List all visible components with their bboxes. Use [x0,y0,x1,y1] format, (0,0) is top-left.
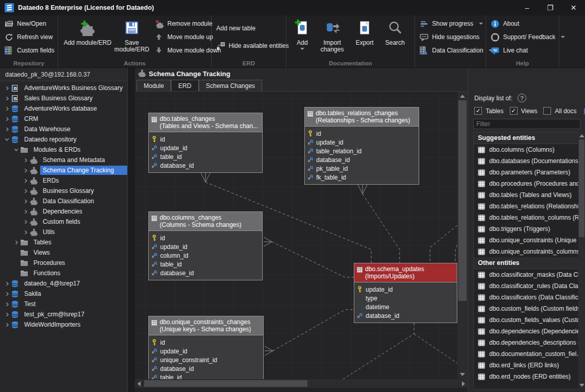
expander-chevron-right-icon[interactable] [22,177,29,184]
entity-item[interactable]: dbo.tables_relations (Relationshi... [474,201,580,212]
expander-chevron-right-icon[interactable] [3,105,11,112]
sidebar-item-sakila[interactable]: Sakila [0,289,127,299]
sidebar-item-dataedo-repository[interactable]: Dataedo repository [0,134,127,145]
sidebar-item-schema-change-tracking[interactable]: Schema Change Tracking [0,165,127,175]
entity-item[interactable]: dbo.unique_constraints_columns ... [474,246,580,257]
sidebar-item-adventureworks-business-glossary[interactable]: BAdventureWorks Business Glossary [0,83,127,93]
expander-chevron-right-icon[interactable] [3,95,11,102]
entity-item[interactable]: dbo.custom_fields_values (Custo... [474,314,580,326]
ribbon-item-show-progress[interactable]: Show progress [420,17,486,30]
entity-item[interactable]: dbo.classificators (Data Classific... [474,292,580,303]
checkbox-tables[interactable]: ✓ [474,107,482,115]
sidebar-item-adventureworks-database[interactable]: AdventureWorks database [0,103,127,114]
sidebar-item-utils[interactable]: Utils [0,227,127,237]
filter-input[interactable] [473,119,580,129]
ribbon-item-move-module-down[interactable]: Move module down [155,44,221,57]
expander-chevron-right-icon[interactable] [22,208,29,215]
sidebar-item-views[interactable]: Views [0,247,127,258]
expander-chevron-down-icon[interactable] [12,146,20,153]
expander-chevron-right-icon[interactable] [12,239,20,246]
sidebar-item-dependencies[interactable]: Dependencies [0,206,127,217]
scroll-right-arrow[interactable] [462,381,465,386]
entity-item[interactable]: dbo.documentation_custom_fiel... [474,348,580,360]
sidebar-item-test[interactable]: Test [0,299,127,309]
panel-splitter[interactable] [128,68,135,392]
scroll-thumb[interactable] [579,139,584,237]
expander-chevron-right-icon[interactable] [3,280,11,287]
expander-chevron-right-icon[interactable] [3,321,11,328]
expander-chevron-right-icon[interactable] [3,300,11,308]
sidebar-item-procedures[interactable]: Procedures [0,258,127,268]
erd-table-dbo-schema-updates[interactable]: dbo.schema_updates(Imports/Updates)updat… [354,263,457,323]
ribbon-item-move-module-up[interactable]: Move module up [155,30,221,44]
minimize-button[interactable]: – [515,0,539,15]
entity-item[interactable]: dbo.custom_fields (Custom fields) [474,303,580,314]
sidebar-item-functions[interactable]: Functions [0,268,127,278]
ribbon-item-live-chat[interactable]: hiLive chat [491,44,559,57]
scroll-down-arrow[interactable] [579,384,584,387]
sidebar-item-schema-and-metadata[interactable]: Schema and Metadata [0,155,127,165]
tab-module[interactable]: Module [136,80,171,91]
scroll-thumb[interactable] [458,100,467,301]
sidebar-item-erds[interactable]: ERDs [0,175,127,186]
ribbon-item-hide-suggestions[interactable]: Hide suggestions [420,30,486,44]
entity-item[interactable]: dbo.parameters (Parameters) [474,167,580,178]
expander-chevron-right-icon[interactable] [22,167,29,174]
sidebar-item-crm[interactable]: CRM [0,114,127,124]
erd-table-dbo-tables-changes[interactable]: dbo.tables_changes(Tables and Views - Sc… [148,113,263,173]
entity-list-scrollbar[interactable] [578,132,585,389]
expander-chevron-right-icon[interactable] [3,290,11,297]
tab-erd[interactable]: ERD [171,80,198,91]
expander-chevron-right-icon[interactable] [22,156,29,164]
sidebar-item-modules-erds[interactable]: Modules & ERDs [0,145,127,155]
entity-item[interactable]: dbo.procedures (Procedures and... [474,178,580,189]
ribbon-item-hide-available-entities[interactable]: Hide available entities [216,37,286,55]
ribbon-item-add-new-table[interactable]: Add new table [216,20,286,37]
scroll-up-arrow[interactable] [579,134,584,137]
sidebar-item-dataedo-4-lsrep17[interactable]: dataedo_4@lsrep17 [0,278,127,289]
sidebar-item-data-warehouse[interactable]: Data Warehouse [0,124,127,134]
entity-item[interactable]: dbo.erd_nodes (ERD entities) [474,371,580,382]
entity-item[interactable]: dbo.columns (Columns) [474,144,580,155]
expander-chevron-right-icon[interactable] [22,228,29,236]
erd-table-dbo-tables-relations-changes[interactable]: dbo.tables_relations_changes(Relationshi… [304,107,419,185]
expander-chevron-right-icon[interactable] [22,198,29,205]
checkbox-views[interactable]: ✓ [510,107,518,115]
sidebar-item-sales-business-glossary[interactable]: BSales Business Glossary [0,93,127,103]
entity-item[interactable]: dbo.unique_constraints (Unique ... [474,235,580,246]
entity-item[interactable]: dbo.triggers (Triggers) [474,223,580,235]
ribbon-item-remove-module[interactable]: Remove module [155,17,221,30]
ribbon-item-new-open[interactable]: New/Open [5,17,58,30]
entity-item[interactable]: dbo.erd_links (ERD links) [474,360,580,371]
close-button[interactable]: ✕ [562,0,585,15]
scroll-down-arrow[interactable] [460,373,465,376]
entity-item[interactable]: dbo.tables_relations_columns (R... [474,212,580,223]
scroll-up-arrow[interactable] [460,95,465,98]
ribbon-item-custom-fields[interactable]: Custom fields [5,44,58,57]
entity-item[interactable]: dbo.dependencies (Dependencies) [474,326,580,337]
sidebar-item-test-pk-crm-lsrep17[interactable]: test_pk_crm@lsrep17 [0,309,127,319]
ribbon-item-support-feedback[interactable]: Support/ Feedback [491,30,559,44]
entity-item[interactable]: dbo.databases (Documentations) [474,155,580,167]
scroll-left-arrow[interactable] [137,381,141,386]
erd-table-dbo-columns-changes[interactable]: dbo.columns_changes(Columns - Schema cha… [148,211,263,280]
ribbon-item-refresh-view[interactable]: Refresh view [5,30,58,44]
sidebar-item-tables[interactable]: Tables [0,237,127,247]
erd-table-dbo-unique-constraints-changes[interactable]: dbo.unique_constraints_changes(Unique ke… [148,316,264,379]
sidebar-item-data-classification[interactable]: Data Classification [0,196,127,206]
tab-schema-changes[interactable]: Schema Changes [199,80,262,91]
scroll-thumb[interactable] [144,380,307,387]
erd-vertical-scrollbar[interactable] [457,92,468,379]
expander-chevron-right-icon[interactable] [3,115,11,122]
expander-chevron-right-icon[interactable] [22,187,29,194]
sidebar-item-wideworldimporters[interactable]: WideWorldImporters [0,319,127,330]
expander-chevron-right-icon[interactable] [22,218,29,225]
ribbon-item-data-classification[interactable]: Data Classification [420,44,486,57]
entity-item[interactable]: dbo.classificator_masks (Data Cl... [474,269,580,280]
entity-item[interactable]: dbo.classificator_rules (Data Clas... [474,280,580,292]
erd-horizontal-scrollbar[interactable] [135,379,468,388]
entity-item[interactable]: dbo.dependencies_descriptions (... [474,337,580,348]
checkbox-all-docs[interactable] [543,107,551,115]
help-icon[interactable]: ? [518,94,526,102]
maximize-button[interactable]: ❐ [539,0,562,15]
